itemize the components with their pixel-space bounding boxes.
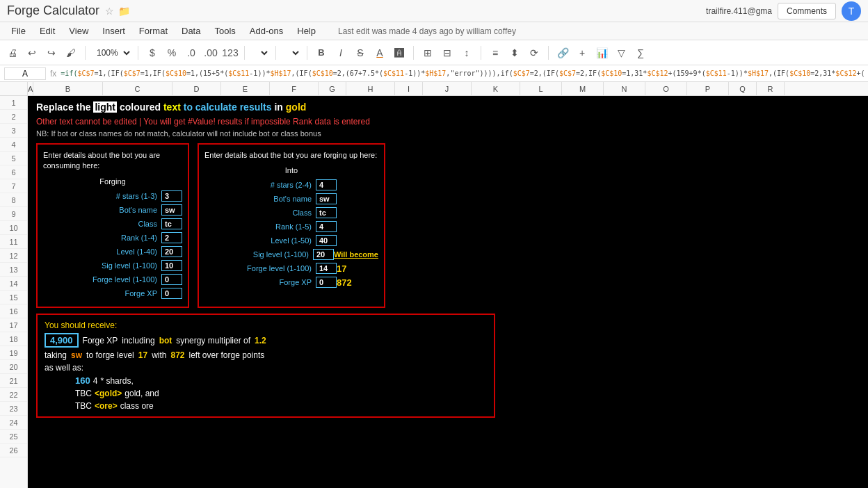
function-button[interactable]: ∑ [632,44,649,61]
row-3[interactable]: 3 [0,124,27,138]
menu-help[interactable]: Help [291,24,321,38]
col-p[interactable]: P [687,82,729,95]
valign-button[interactable]: ⬍ [506,44,523,61]
menu-format[interactable]: Format [134,24,173,38]
right-value-class[interactable]: tc [316,207,337,218]
row-18[interactable]: 18 [0,332,27,346]
star-icon[interactable]: ☆ [105,6,114,17]
comment-button[interactable]: + [574,44,590,61]
left-value-level[interactable]: 20 [161,246,182,257]
font-size-select[interactable]: 11 [282,46,301,60]
highlight-color-button[interactable]: 🅰 [391,44,408,61]
col-f[interactable]: F [270,82,319,95]
row-6[interactable]: 6 [0,165,27,179]
strikethrough-button[interactable]: S [352,44,369,61]
row-19[interactable]: 19 [0,346,27,360]
col-k[interactable]: K [472,82,520,95]
cell-reference[interactable]: A [4,67,46,80]
row-1[interactable]: 1 [0,96,27,110]
left-value-class[interactable]: tc [161,218,182,229]
col-h[interactable]: H [346,82,395,95]
left-value-rank[interactable]: 2 [161,232,182,243]
col-i[interactable]: I [395,82,423,95]
row-5[interactable]: 5 [0,152,27,165]
col-d[interactable]: D [172,82,221,95]
merge-button[interactable]: ⊟ [439,44,456,61]
menu-view[interactable]: View [63,24,94,38]
menu-addons[interactable]: Add-ons [244,24,289,38]
font-color-button[interactable]: A [371,44,388,61]
right-value-level[interactable]: 40 [316,235,337,246]
row-13[interactable]: 13 [0,263,27,277]
row-9[interactable]: 9 [0,207,27,221]
percent-button[interactable]: % [163,44,180,61]
col-o[interactable]: O [645,82,687,95]
col-n[interactable]: N [604,82,645,95]
col-l[interactable]: L [520,82,562,95]
col-g[interactable]: G [319,82,346,95]
left-value-forgelevel[interactable]: 0 [161,274,182,285]
col-c[interactable]: C [103,82,172,95]
wrap-button[interactable]: ↕ [458,44,475,61]
col-j[interactable]: J [423,82,472,95]
col-r[interactable]: R [757,82,785,95]
row-16[interactable]: 16 [0,304,27,318]
row-7[interactable]: 7 [0,179,27,193]
decimal-decrease-button[interactable]: .0 [183,44,200,61]
menu-tools[interactable]: Tools [209,24,241,38]
paint-format-button[interactable]: 🖌 [63,44,79,61]
italic-button[interactable]: I [332,44,349,61]
bold-button[interactable]: B [313,44,330,61]
row-4[interactable]: 4 [0,138,27,152]
col-m[interactable]: M [562,82,604,95]
row-26[interactable]: 26 [0,444,27,457]
col-q[interactable]: Q [729,82,757,95]
row-14[interactable]: 14 [0,277,27,291]
menu-data[interactable]: Data [176,24,206,38]
chart-button[interactable]: 📊 [593,44,610,61]
print-button[interactable]: 🖨 [4,44,21,61]
redo-button[interactable]: ↪ [43,44,60,61]
link-button[interactable]: 🔗 [554,44,571,61]
folder-icon[interactable]: 📁 [118,6,130,17]
right-value-forgexp[interactable]: 0 [316,277,337,288]
menu-file[interactable]: File [6,24,31,38]
row-2[interactable]: 2 [0,110,27,124]
col-a[interactable]: A [28,82,33,95]
left-value-botname[interactable]: sw [161,204,182,215]
right-value-siglevel[interactable]: 20 [313,249,334,260]
right-value-stars[interactable]: 4 [316,179,337,190]
right-value-forgelevel[interactable]: 14 [316,263,337,274]
align-button[interactable]: ≡ [487,44,504,61]
zoom-select[interactable]: 100% [91,46,132,60]
row-20[interactable]: 20 [0,360,27,374]
row-24[interactable]: 24 [0,416,27,430]
col-b[interactable]: B [33,82,103,95]
undo-button[interactable]: ↩ [24,44,40,61]
row-22[interactable]: 22 [0,388,27,402]
menu-edit[interactable]: Edit [34,24,61,38]
currency-button[interactable]: $ [144,44,161,61]
row-21[interactable]: 21 [0,374,27,388]
row-23[interactable]: 23 [0,402,27,416]
filter-button[interactable]: ▽ [613,44,629,61]
menu-insert[interactable]: Insert [97,24,131,38]
col-e[interactable]: E [221,82,270,95]
row-15[interactable]: 15 [0,291,27,304]
row-12[interactable]: 12 [0,249,27,263]
left-value-siglevel[interactable]: 10 [161,260,182,271]
right-value-botname[interactable]: sw [316,193,337,204]
row-11[interactable]: 11 [0,235,27,249]
row-25[interactable]: 25 [0,430,27,444]
comments-button[interactable]: Comments [778,3,836,19]
format-123-button[interactable]: 123 [222,44,239,61]
font-select[interactable]: Calibri [250,46,270,60]
account-icon[interactable]: T [842,1,861,21]
row-10[interactable]: 10 [0,221,27,235]
decimal-increase-button[interactable]: .00 [202,44,219,61]
left-value-forgexp[interactable]: 0 [161,288,182,299]
row-17[interactable]: 17 [0,318,27,332]
row-8[interactable]: 8 [0,193,27,207]
right-value-rank[interactable]: 4 [316,221,337,232]
left-value-stars[interactable]: 3 [161,190,182,202]
